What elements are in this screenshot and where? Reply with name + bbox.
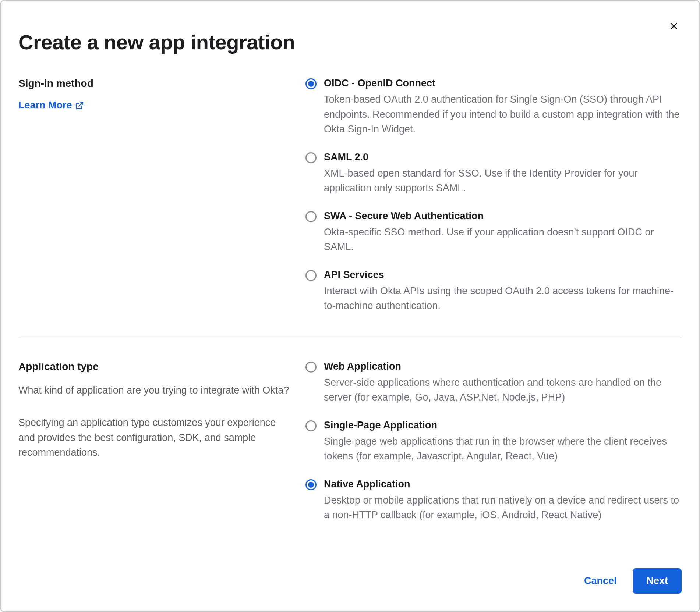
option-title: API Services xyxy=(324,269,682,281)
signin-method-heading: Sign-in method xyxy=(18,78,291,89)
modal-footer: Cancel Next xyxy=(581,568,682,594)
external-link-icon xyxy=(75,101,84,110)
svg-line-2 xyxy=(79,102,83,106)
application-type-helper-2: Specifying an application type customize… xyxy=(18,415,291,460)
signin-option-saml[interactable]: SAML 2.0 XML-based open standard for SSO… xyxy=(305,152,682,196)
option-desc: Interact with Okta APIs using the scoped… xyxy=(324,284,682,313)
option-title: Single-Page Application xyxy=(324,420,682,431)
signin-option-api-services[interactable]: API Services Interact with Okta APIs usi… xyxy=(305,269,682,313)
close-icon xyxy=(669,21,679,31)
create-app-integration-modal: Create a new app integration Sign-in met… xyxy=(0,0,700,612)
radio-native[interactable] xyxy=(305,479,317,490)
apptype-option-web[interactable]: Web Application Server-side applications… xyxy=(305,361,682,405)
application-type-heading: Application type xyxy=(18,361,291,373)
option-desc: Desktop or mobile applications that run … xyxy=(324,493,682,523)
radio-spa[interactable] xyxy=(305,420,317,431)
close-button[interactable] xyxy=(666,18,682,34)
option-desc: Okta-specific SSO method. Use if your ap… xyxy=(324,225,682,255)
signin-option-swa[interactable]: SWA - Secure Web Authentication Okta-spe… xyxy=(305,210,682,255)
learn-more-link[interactable]: Learn More xyxy=(18,100,84,111)
option-title: Native Application xyxy=(324,478,682,490)
option-desc: Server-side applications where authentic… xyxy=(324,375,682,405)
option-title: Web Application xyxy=(324,361,682,372)
learn-more-label: Learn More xyxy=(18,100,72,111)
option-title: SAML 2.0 xyxy=(324,152,682,163)
option-desc: Token-based OAuth 2.0 authentication for… xyxy=(324,92,682,137)
option-title: SWA - Secure Web Authentication xyxy=(324,210,682,222)
cancel-button[interactable]: Cancel xyxy=(581,569,620,593)
radio-web-app[interactable] xyxy=(305,362,317,373)
application-type-helper-1: What kind of application are you trying … xyxy=(18,383,291,398)
modal-title: Create a new app integration xyxy=(18,30,682,54)
signin-method-section: Sign-in method Learn More OIDC - OpenID … xyxy=(18,78,682,313)
next-button[interactable]: Next xyxy=(633,568,682,594)
application-type-section: Application type What kind of applicatio… xyxy=(18,337,682,523)
option-desc: Single-page web applications that run in… xyxy=(324,434,682,464)
apptype-option-native[interactable]: Native Application Desktop or mobile app… xyxy=(305,478,682,523)
signin-option-oidc[interactable]: OIDC - OpenID Connect Token-based OAuth … xyxy=(305,78,682,137)
radio-oidc[interactable] xyxy=(305,78,317,89)
option-desc: XML-based open standard for SSO. Use if … xyxy=(324,166,682,196)
apptype-option-spa[interactable]: Single-Page Application Single-page web … xyxy=(305,420,682,464)
radio-saml[interactable] xyxy=(305,152,317,163)
radio-swa[interactable] xyxy=(305,211,317,222)
option-title: OIDC - OpenID Connect xyxy=(324,78,682,89)
radio-api-services[interactable] xyxy=(305,270,317,281)
